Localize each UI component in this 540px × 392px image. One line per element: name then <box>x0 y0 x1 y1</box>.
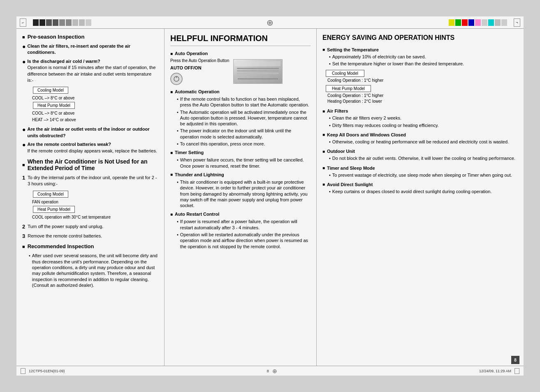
batteries-text: If the remote control display appears we… <box>27 148 157 153</box>
corner-mark-tr: ¬ <box>514 18 520 27</box>
color-block <box>475 19 481 26</box>
thunder-items: This air conditioner is equipped with a … <box>177 179 311 208</box>
extended-model-group: Cooling Model FAN operation Heat Pump Mo… <box>29 191 158 220</box>
color-blocks-left <box>33 19 91 26</box>
color-block <box>501 19 507 26</box>
footer-left: 12CTP5-01EN(01-09) <box>29 369 65 373</box>
recommended-title: Recommended Inspection <box>22 243 158 249</box>
heat-pump-model-box-right: Heat Pump Model <box>326 85 371 92</box>
bullet-vents: ● Are the air intake or outlet vents of … <box>22 126 158 139</box>
left-column: Pre-season Inspection ● Clean the air fi… <box>16 29 165 366</box>
clean-filters-text: Clean the air filters, re-insert and ope… <box>27 43 158 56</box>
auto-restart-items: If power is resumed after a power failur… <box>177 219 311 249</box>
heat-pump-ops-text: Cooling Operation : 1°C higher Heating O… <box>327 93 516 104</box>
footer-center: 8 <box>267 369 269 373</box>
auto-item-2: The power indicator on the indoor unit w… <box>177 128 311 140</box>
restart-item-1: Operation will be restarted automaticall… <box>177 232 311 249</box>
right-cooling-group: Cooling Model Cooling Operation : 1°C hi… <box>326 70 518 104</box>
main-content: Pre-season Inspection ● Clean the air fi… <box>16 29 524 366</box>
color-block <box>79 19 85 26</box>
setting-temp-items: Approximately 10% of electricity can be … <box>329 54 518 67</box>
avoid-sunlight-section: Avoid Direct Sunlight Keep curtains or d… <box>322 182 518 194</box>
helpful-title: HELPFUL INFORMATION <box>170 34 311 46</box>
recommended-text: After used over several seasons, the uni… <box>29 253 158 288</box>
outdoor-unit-section: Outdoor Unit Do not block the air outlet… <box>322 149 518 161</box>
cooling-op-text: Cooling Operation : 1°C higher <box>327 78 516 83</box>
color-block <box>449 19 454 26</box>
cooling-model-box-1: Cooling Model <box>33 87 68 94</box>
auto-off-on-label: AUTO OFF/ON <box>170 65 229 70</box>
avoid-sunlight-title: Avoid Direct Sunlight <box>322 182 518 187</box>
thunder-item-0: This air conditioner is equipped with a … <box>177 179 311 208</box>
color-block <box>72 19 78 26</box>
step-1: 1 To dry the internal parts of the indoo… <box>22 175 158 187</box>
heat-temp-1: HEAT –> 14°C or above <box>32 117 158 123</box>
bullet-batteries: ● Are the remote control batteries weak?… <box>22 141 158 154</box>
auto-button-icon[interactable] <box>170 73 183 85</box>
bullet-clean-filters: ● Clean the air filters, re-insert and o… <box>22 43 158 56</box>
pre-season-title: Pre-season Inspection <box>22 34 158 40</box>
footer-right: 12/24/09, 11:29 AM <box>479 369 511 373</box>
ac-unit-image <box>233 59 283 84</box>
color-block <box>455 19 461 26</box>
crosshair-top: ⊕ <box>267 18 273 28</box>
step-3-num: 3 <box>22 233 25 239</box>
corner-mark-bl <box>21 368 25 374</box>
preseason-model-group: Cooling Model COOL –> 8°C or above Heat … <box>29 87 158 123</box>
color-block <box>462 19 468 26</box>
keep-doors-section: Keep All Doors and Windows Closed Otherw… <box>322 132 518 145</box>
setting-item-0: Approximately 10% of electricity can be … <box>329 54 518 60</box>
timer-sleep-title: Timer and Sleep Mode <box>322 166 518 171</box>
setting-temp-title: Setting the Temperature <box>322 47 518 52</box>
vents-text: Are the air intake or outlet vents of th… <box>27 126 158 139</box>
setting-item-1: Set the temperature higher or lower than… <box>329 61 518 67</box>
energy-title: ENERGY SAVING AND OPERATION HINTS <box>322 34 518 42</box>
color-block <box>39 19 45 26</box>
timer-title: Timer Setting <box>170 150 311 155</box>
timer-item-0: When power failure occurs, the timer set… <box>177 157 311 169</box>
setting-temp-section: Setting the Temperature Approximately 10… <box>322 47 518 105</box>
automatic-op-items: If the remote control fails to function … <box>177 96 311 147</box>
auto-restart-title: Auto Restart Control <box>170 212 311 217</box>
step-2-text: Turn off the power supply and unplug. <box>28 224 103 230</box>
bottom-bar: 12CTP5-01EN(01-09) 8 ⊕ 12/24/09, 11:29 A… <box>16 366 524 376</box>
color-block <box>66 19 72 26</box>
restart-item-0: If power is resumed after a power failur… <box>177 219 311 231</box>
press-text: Press the Auto Operation Button <box>170 58 229 64</box>
keep-doors-title: Keep All Doors and Windows Closed <box>322 132 518 137</box>
auto-item-3: To cancel this operation, press once mor… <box>177 141 311 147</box>
color-block <box>53 19 58 26</box>
step-3: 3 Remove the remote control batteries. <box>22 233 158 239</box>
auto-item-0: If the remote control fails to function … <box>177 96 311 108</box>
heat-pump-model-box-1: Heat Pump Model <box>33 102 75 109</box>
heat-pump-model-box-2: Heat Pump Model <box>33 206 75 213</box>
right-column: ENERGY SAVING AND OPERATION HINTS Settin… <box>317 29 524 366</box>
color-block <box>86 19 91 26</box>
color-block <box>468 19 474 26</box>
step-2-num: 2 <box>22 224 25 230</box>
batteries-title: Are the remote control batteries weak? <box>27 142 111 147</box>
page: ⌐ ⊕ <box>16 16 524 376</box>
keep-doors-item-0: Otherwise, cooling or heating performanc… <box>329 139 518 145</box>
cooling-model-box-right: Cooling Model <box>326 70 364 77</box>
timer-sleep-item-0: To prevent wastage of electricity, use s… <box>329 172 518 178</box>
air-filter-item-0: Clean the air filters every 2 weeks. <box>329 115 518 121</box>
step-2: 2 Turn off the power supply and unplug. <box>22 224 158 230</box>
step-3-text: Remove the remote control batteries. <box>28 233 102 239</box>
auto-op-title: Auto Operation <box>170 51 311 56</box>
auto-item-1: The Automatic operation will be activate… <box>177 109 311 127</box>
cooling-model-box-2: Cooling Model <box>33 191 68 198</box>
color-block <box>482 19 487 26</box>
extended-period-title: When the Air Conditioner is Not Used for… <box>22 158 158 171</box>
step-1-text: To dry the internal parts of the indoor … <box>28 175 158 187</box>
timer-sleep-section: Timer and Sleep Mode To prevent wastage … <box>322 166 518 178</box>
color-blocks-right <box>449 19 507 26</box>
page-number-badge: 8 <box>511 356 519 364</box>
step-1-num: 1 <box>22 175 25 187</box>
bullet-discharged-air: ● Is the discharged air cold / warm? Ope… <box>22 58 158 84</box>
discharged-air-title: Is the discharged air cold / warm? <box>27 59 100 64</box>
color-block <box>495 19 501 26</box>
discharged-air-text: Operation is normal if 15 minutes after … <box>27 65 155 83</box>
corner-mark-br <box>515 368 519 374</box>
button-svg <box>173 76 180 82</box>
